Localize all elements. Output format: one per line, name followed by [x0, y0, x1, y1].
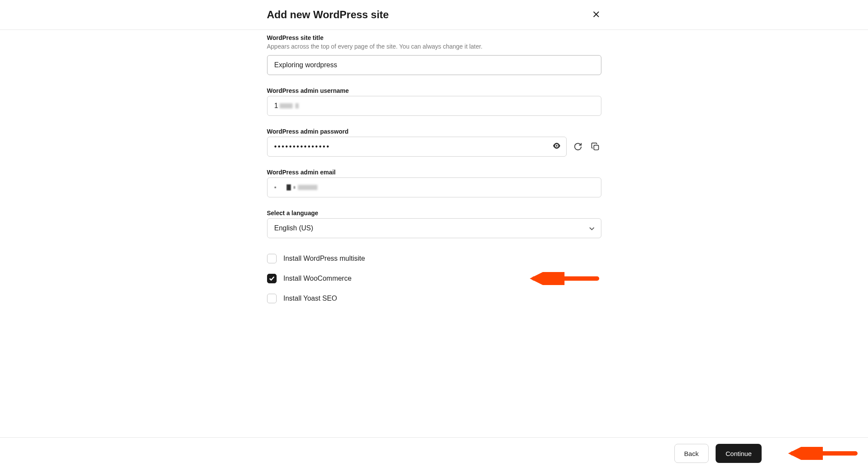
- woocommerce-checkbox[interactable]: [267, 274, 277, 283]
- redacted-text: [280, 103, 293, 108]
- copy-icon: [591, 142, 600, 151]
- svg-rect-3: [594, 145, 598, 150]
- toggle-password-visibility-button[interactable]: [553, 143, 561, 151]
- site-title-hint: Appears across the top of every page of …: [267, 43, 601, 50]
- form-group-site-title: WordPress site title Appears across the …: [267, 34, 601, 75]
- svg-point-2: [556, 145, 558, 147]
- form-group-admin-password: WordPress admin password: [267, 128, 601, 157]
- language-selected-value: English (US): [274, 224, 314, 232]
- checkbox-row-yoast: Install Yoast SEO: [267, 294, 601, 303]
- admin-username-label: WordPress admin username: [267, 87, 601, 94]
- redacted-text: [294, 186, 295, 189]
- language-label: Select a language: [267, 210, 601, 216]
- checkbox-row-woocommerce: Install WooCommerce: [267, 274, 601, 283]
- yoast-checkbox-label[interactable]: Install Yoast SEO: [284, 295, 337, 302]
- language-select[interactable]: English (US): [267, 218, 601, 238]
- admin-email-input[interactable]: [267, 177, 601, 197]
- form-group-admin-username: WordPress admin username 1: [267, 87, 601, 116]
- checkbox-row-multisite: Install WordPress multisite: [267, 254, 601, 263]
- close-icon: [593, 11, 600, 18]
- annotation-arrow-icon: [523, 272, 599, 285]
- redacted-text: [295, 103, 299, 108]
- page-title: Add new WordPress site: [267, 9, 389, 21]
- page-header: Add new WordPress site: [0, 0, 868, 30]
- site-title-input[interactable]: [267, 55, 601, 75]
- form-group-language: Select a language English (US): [267, 210, 601, 238]
- refresh-icon: [574, 142, 582, 151]
- eye-icon: [553, 143, 561, 149]
- redacted-text: [298, 185, 317, 190]
- close-button[interactable]: [591, 9, 601, 21]
- form-container: WordPress site title Appears across the …: [265, 30, 604, 348]
- admin-password-label: WordPress admin password: [267, 128, 601, 135]
- site-title-label: WordPress site title: [267, 34, 601, 41]
- admin-password-input[interactable]: [267, 137, 567, 157]
- form-group-admin-email: WordPress admin email: [267, 169, 601, 197]
- multisite-checkbox[interactable]: [267, 254, 277, 263]
- admin-username-value: 1: [274, 102, 278, 110]
- redacted-text: [287, 184, 291, 190]
- woocommerce-checkbox-label[interactable]: Install WooCommerce: [284, 275, 352, 282]
- admin-email-label: WordPress admin email: [267, 169, 601, 176]
- regenerate-password-button[interactable]: [572, 141, 584, 153]
- yoast-checkbox[interactable]: [267, 294, 277, 303]
- admin-username-input[interactable]: 1: [267, 96, 601, 116]
- checkbox-group: Install WordPress multisite Install WooC…: [267, 254, 601, 303]
- redacted-text: [274, 187, 276, 188]
- copy-password-button[interactable]: [589, 141, 601, 153]
- multisite-checkbox-label[interactable]: Install WordPress multisite: [284, 255, 365, 262]
